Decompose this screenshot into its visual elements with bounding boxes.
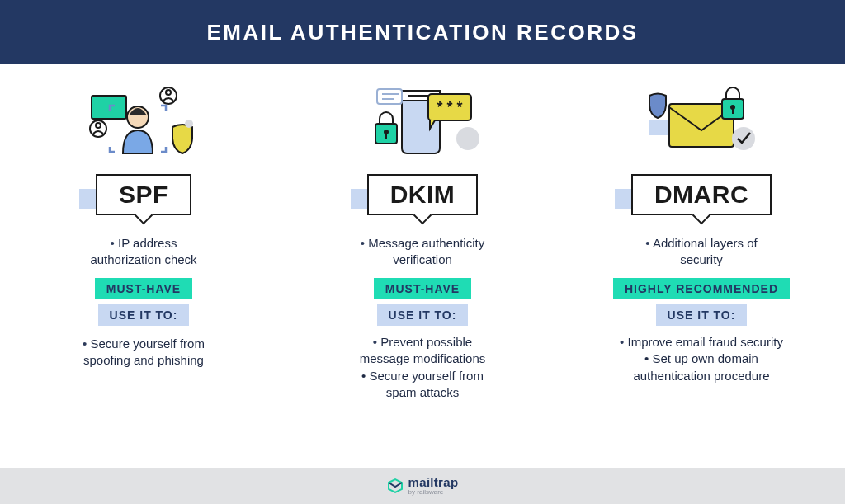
dmarc-label-wrap: DMARC bbox=[631, 174, 772, 215]
spf-desc: IP address authorization check bbox=[90, 233, 196, 270]
spf-label-wrap: SPF bbox=[96, 174, 191, 215]
dmarc-useit: Improve email fraud security • Set up ow… bbox=[620, 334, 783, 384]
footer-text: mailtrap by railsware bbox=[408, 476, 459, 496]
dkim-useit-label: USE IT TO: bbox=[377, 304, 469, 326]
dkim-useit-l1: Prevent possible bbox=[380, 335, 472, 349]
spf-useit: Secure yourself from spoofing and phishi… bbox=[83, 334, 205, 370]
dmarc-useit-l1: Improve email fraud security bbox=[628, 335, 783, 349]
spf-desc-line2: authorization check bbox=[90, 252, 196, 266]
column-dmarc: DMARC Additional layers of security HIGH… bbox=[569, 81, 833, 459]
dmarc-priority-tag: HIGHLY RECOMMENDED bbox=[613, 278, 790, 299]
svg-point-7 bbox=[185, 120, 193, 128]
header: EMAIL AUTHENTICATION RECORDS bbox=[0, 0, 845, 64]
page-title: EMAIL AUTHENTICATION RECORDS bbox=[206, 20, 638, 45]
spf-desc-line1: IP address bbox=[118, 236, 177, 250]
column-dkim: * * * DKIM Message authenticity verifica… bbox=[290, 81, 555, 459]
dkim-useit: Prevent possible message modifications •… bbox=[360, 334, 486, 401]
main-columns: SPF IP address authorization check MUST-… bbox=[0, 64, 845, 468]
dkim-useit-l3: • Secure yourself from bbox=[361, 369, 484, 383]
column-spf: SPF IP address authorization check MUST-… bbox=[12, 81, 276, 459]
dkim-useit-l4: spam attacks bbox=[386, 385, 459, 399]
spf-priority-tag: MUST-HAVE bbox=[95, 278, 192, 299]
dkim-desc: Message authenticity verification bbox=[361, 233, 484, 270]
dmarc-illustration bbox=[631, 81, 772, 159]
svg-rect-17 bbox=[377, 89, 402, 104]
dmarc-desc: Additional layers of security bbox=[645, 233, 757, 270]
svg-rect-18 bbox=[649, 120, 671, 135]
spf-useit-label: USE IT TO: bbox=[98, 304, 190, 326]
spf-useit-line2: spoofing and phishing bbox=[83, 353, 204, 367]
dkim-useit-l2: message modifications bbox=[360, 351, 486, 365]
spf-label: SPF bbox=[96, 174, 191, 215]
svg-point-8 bbox=[456, 127, 479, 150]
dmarc-desc-line1: Additional layers of bbox=[653, 236, 758, 250]
footer-byline: by railsware bbox=[408, 489, 459, 496]
dmarc-label: DMARC bbox=[631, 174, 772, 215]
dkim-desc-line2: verification bbox=[393, 252, 452, 266]
dkim-desc-line1: Message authenticity bbox=[368, 236, 484, 250]
spf-useit-line1: Secure yourself from bbox=[91, 337, 205, 351]
svg-point-23 bbox=[732, 127, 755, 150]
mailtrap-icon bbox=[387, 478, 404, 494]
dmarc-desc-line2: security bbox=[680, 252, 723, 266]
dmarc-useit-l2: • Set up own domain bbox=[644, 351, 758, 365]
footer-brand: mailtrap bbox=[408, 476, 459, 488]
dkim-label-wrap: DKIM bbox=[367, 174, 479, 215]
footer: mailtrap by railsware bbox=[0, 468, 845, 504]
dkim-illustration: * * * bbox=[352, 81, 493, 159]
dmarc-useit-l3: authentication procedure bbox=[633, 369, 769, 383]
dkim-priority-tag: MUST-HAVE bbox=[374, 278, 471, 299]
dkim-label: DKIM bbox=[367, 174, 479, 215]
svg-text:* * *: * * * bbox=[437, 99, 462, 115]
spf-illustration bbox=[73, 81, 214, 159]
dmarc-useit-label: USE IT TO: bbox=[656, 304, 748, 326]
